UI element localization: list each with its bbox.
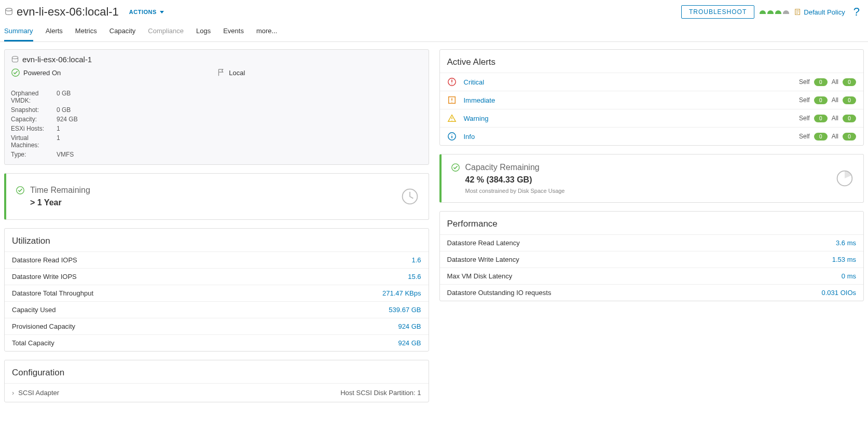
performance-card: Performance Datastore Read Latency3.6 ms…	[439, 211, 864, 301]
badge: 0	[843, 115, 856, 122]
info-card: evn-li-esx-06:local-1 Powered On Local O…	[4, 49, 429, 165]
badge: 0	[843, 78, 856, 86]
datastore-icon	[11, 55, 19, 64]
local-label: Local	[229, 69, 245, 77]
list-row: Datastore Write IOPS15.6	[5, 268, 429, 285]
kv-row: Capacity:924 GB	[11, 115, 422, 124]
badge: 0	[843, 133, 856, 141]
alert-warning-link[interactable]: Warning	[464, 115, 489, 122]
warning-icon	[447, 114, 457, 123]
tab-summary[interactable]: Summary	[4, 23, 33, 41]
actions-dropdown[interactable]: ACTIONS	[129, 9, 164, 15]
capacity-remaining-card: Capacity Remaining 42 % (384.33 GB) Most…	[439, 154, 864, 203]
status-indicators	[760, 10, 789, 14]
badge: 0	[814, 133, 828, 141]
clock-icon	[401, 187, 419, 206]
alert-info-link[interactable]: Info	[464, 133, 475, 141]
tab-logs[interactable]: Logs	[196, 23, 211, 41]
kv-row: Type:VMFS	[11, 150, 422, 159]
utilization-title: Utilization	[5, 229, 429, 251]
tab-events[interactable]: Events	[223, 23, 244, 41]
pie-icon	[835, 169, 854, 188]
help-icon[interactable]: ?	[853, 5, 860, 19]
info-properties: Orphaned VMDK:0 GB Snapshot:0 GB Capacit…	[11, 89, 422, 159]
troubleshoot-button[interactable]: TROUBLESHOOT	[681, 5, 754, 19]
list-row: Datastore Total Throughput271.47 KBps	[5, 285, 429, 301]
performance-title: Performance	[440, 212, 864, 234]
critical-icon	[447, 77, 457, 87]
time-remaining-card: Time Remaining > 1 Year	[4, 173, 429, 220]
badge: 0	[814, 96, 828, 104]
alert-immediate-link[interactable]: Immediate	[464, 96, 495, 104]
list-row: Datastore Read Latency3.6 ms	[440, 234, 864, 251]
config-row[interactable]: › SCSI Adapter Host SCSI Disk Partition:…	[5, 383, 429, 402]
badge: 0	[843, 96, 856, 104]
alert-row-critical: Critical Self0 All0	[440, 73, 864, 91]
tab-alerts[interactable]: Alerts	[46, 23, 63, 41]
datastore-icon	[4, 7, 13, 17]
tab-more[interactable]: more...	[256, 23, 277, 41]
kv-row: Orphaned VMDK:0 GB	[11, 89, 422, 105]
list-row: Datastore Outstanding IO requests0.031 O…	[440, 284, 864, 301]
time-title: Time Remaining	[30, 186, 90, 195]
list-row: Datastore Write Latency1.53 ms	[440, 251, 864, 268]
configuration-title: Configuration	[5, 360, 429, 383]
alert-row-info: Info Self0 All0	[440, 127, 864, 145]
alerts-title: Active Alerts	[440, 50, 864, 73]
kv-row: ESXi Hosts:1	[11, 124, 422, 133]
page-title: evn-li-esx-06:local-1	[17, 5, 119, 19]
badge: 0	[814, 78, 828, 86]
kv-row: Snapshot:0 GB	[11, 105, 422, 115]
active-alerts-card: Active Alerts Critical Self0 All0 Immedi…	[439, 49, 864, 146]
badge: 0	[814, 115, 828, 122]
check-icon	[16, 186, 25, 207]
tab-capacity[interactable]: Capacity	[109, 23, 136, 41]
time-value: > 1 Year	[30, 198, 90, 207]
configuration-card: Configuration › SCSI Adapter Host SCSI D…	[4, 360, 429, 402]
check-icon	[11, 68, 20, 77]
chevron-right-icon: ›	[12, 389, 14, 397]
list-row: Total Capacity924 GB	[5, 334, 429, 351]
tab-compliance[interactable]: Compliance	[148, 23, 184, 41]
utilization-card: Utilization Datastore Read IOPS1.6 Datas…	[4, 228, 429, 352]
check-icon	[451, 163, 460, 194]
alert-row-warning: Warning Self0 All0	[440, 109, 864, 127]
power-status: Powered On	[23, 69, 61, 77]
info-title: evn-li-esx-06:local-1	[22, 55, 92, 64]
immediate-icon	[447, 95, 457, 105]
tab-bar: Summary Alerts Metrics Capacity Complian…	[0, 23, 868, 42]
policy-link[interactable]: Default Policy	[794, 8, 845, 16]
svg-point-2	[12, 56, 18, 59]
alert-row-immediate: Immediate Self0 All0	[440, 91, 864, 109]
flag-icon	[216, 68, 226, 77]
alert-critical-link[interactable]: Critical	[464, 78, 485, 86]
kv-row: Virtual Machines:1	[11, 133, 422, 150]
capacity-title: Capacity Remaining	[465, 163, 565, 172]
info-icon	[447, 132, 457, 141]
list-row: Datastore Read IOPS1.6	[5, 251, 429, 268]
capacity-value: 42 % (384.33 GB)	[465, 175, 565, 185]
list-row: Provisioned Capacity924 GB	[5, 318, 429, 334]
svg-point-0	[6, 8, 12, 11]
capacity-sub: Most constrained by Disk Space Usage	[465, 188, 565, 194]
list-row: Capacity Used539.67 GB	[5, 301, 429, 318]
list-row: Max VM Disk Latency0 ms	[440, 268, 864, 284]
tab-metrics[interactable]: Metrics	[75, 23, 97, 41]
